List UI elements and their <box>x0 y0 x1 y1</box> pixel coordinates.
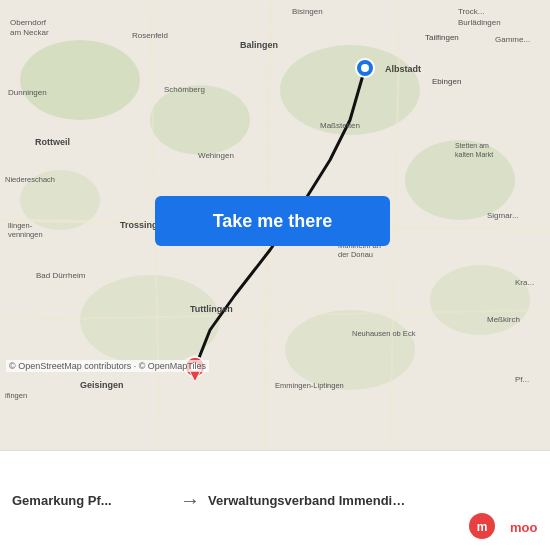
destination-label: Verwaltungsverband Immending... <box>208 493 408 508</box>
svg-text:Bisingen: Bisingen <box>292 7 323 16</box>
svg-point-48 <box>361 64 369 72</box>
moovit-logo: m moovit <box>468 512 538 540</box>
svg-text:Tailfingen: Tailfingen <box>425 33 459 42</box>
svg-text:Emmingen-Liptingen: Emmingen-Liptingen <box>275 381 344 390</box>
moovit-logo-svg: m moovit <box>468 512 538 540</box>
svg-text:Schömberg: Schömberg <box>164 85 205 94</box>
svg-text:Sigmar...: Sigmar... <box>487 211 519 220</box>
svg-text:der Donau: der Donau <box>338 250 373 259</box>
origin-label: Gemarkung Pf... <box>12 493 172 508</box>
svg-text:Pf...: Pf... <box>515 375 529 384</box>
svg-text:Rosenfeld: Rosenfeld <box>132 31 168 40</box>
svg-text:Maßstetten: Maßstetten <box>320 121 360 130</box>
svg-point-1 <box>20 40 140 120</box>
arrow-icon: → <box>180 489 200 512</box>
svg-point-6 <box>285 310 415 390</box>
svg-point-2 <box>150 85 250 155</box>
svg-text:Rottweil: Rottweil <box>35 137 70 147</box>
svg-text:ifingen: ifingen <box>5 391 27 400</box>
svg-text:Wehingen: Wehingen <box>198 151 234 160</box>
svg-text:Kra...: Kra... <box>515 278 534 287</box>
svg-text:Ebingen: Ebingen <box>432 77 461 86</box>
svg-text:Neuhausen ob Eck: Neuhausen ob Eck <box>352 329 416 338</box>
svg-text:kalten Markt: kalten Markt <box>455 151 493 158</box>
map-credit: © OpenStreetMap contributors · © OpenMap… <box>6 360 209 372</box>
svg-text:Bad Dürrheim: Bad Dürrheim <box>36 271 86 280</box>
svg-text:Oberndorf: Oberndorf <box>10 18 47 27</box>
svg-text:llingen-: llingen- <box>8 221 33 230</box>
svg-text:Dunningen: Dunningen <box>8 88 47 97</box>
svg-text:m: m <box>477 520 488 534</box>
svg-text:Niedereschach: Niedereschach <box>5 175 55 184</box>
map-area[interactable]: Oberndorf am Neckar Rosenfeld Bisingen T… <box>0 0 550 450</box>
svg-text:Stetten am: Stetten am <box>455 142 489 149</box>
svg-text:Trock...: Trock... <box>458 7 484 16</box>
svg-text:Burlä­dingen: Burlä­dingen <box>458 18 501 27</box>
svg-text:Tuttlingen: Tuttlingen <box>190 304 233 314</box>
svg-point-5 <box>80 275 220 365</box>
svg-text:venningen: venningen <box>8 230 43 239</box>
svg-text:am Neckar: am Neckar <box>10 28 49 37</box>
svg-text:Geisingen: Geisingen <box>80 380 124 390</box>
svg-text:Gamme...: Gamme... <box>495 35 530 44</box>
bottom-bar: Gemarkung Pf... → Verwaltungsverband Imm… <box>0 450 550 550</box>
svg-text:Albstadt: Albstadt <box>385 64 421 74</box>
svg-text:Balingen: Balingen <box>240 40 278 50</box>
svg-text:Meßkirch: Meßkirch <box>487 315 520 324</box>
svg-text:moovit: moovit <box>510 520 538 535</box>
take-me-there-button[interactable]: Take me there <box>155 196 390 246</box>
svg-point-8 <box>430 265 530 335</box>
